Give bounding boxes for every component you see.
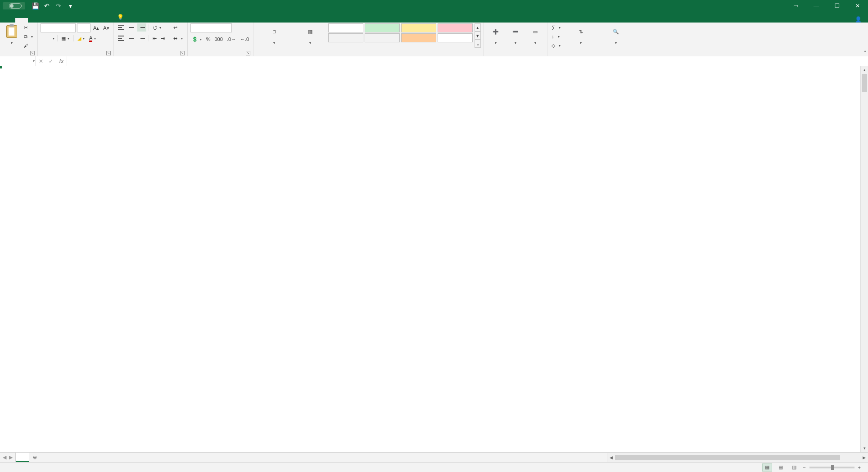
scroll-left-icon[interactable]: ◀	[607, 455, 615, 460]
new-sheet-button[interactable]: ⊕	[29, 453, 40, 462]
bold-button[interactable]	[41, 34, 43, 42]
horizontal-scrollbar[interactable]: ◀ ▶	[607, 453, 868, 462]
tab-daten[interactable]	[66, 18, 78, 23]
comma-format-icon[interactable]: 000	[213, 35, 224, 43]
sort-filter-button[interactable]: ⇅▾	[564, 23, 597, 46]
qat-dropdown-icon[interactable]: ▾	[67, 2, 74, 9]
next-sheet-icon[interactable]: ▶	[9, 454, 13, 460]
autosave-toggle[interactable]	[3, 2, 25, 9]
underline-button[interactable]	[49, 34, 51, 42]
format-cells-button[interactable]: ▭▾	[526, 23, 544, 46]
styles-scroll-down-icon[interactable]: ▾	[475, 32, 481, 40]
redo-icon[interactable]: ↷	[55, 2, 62, 9]
tab-seitenlayout[interactable]	[41, 18, 53, 23]
close-icon[interactable]: ✕	[847, 0, 868, 11]
percent-format-icon[interactable]: %	[205, 35, 212, 43]
prev-sheet-icon[interactable]: ◀	[3, 454, 6, 460]
formula-input[interactable]	[67, 56, 868, 66]
scroll-up-icon[interactable]: ▴	[861, 66, 868, 74]
ribbon-display-icon[interactable]: ▭	[785, 0, 806, 11]
paste-button[interactable]: ▾	[3, 23, 21, 46]
cell-style-schlecht[interactable]	[438, 23, 473, 32]
delete-cells-button[interactable]: ➖▾	[506, 23, 524, 46]
align-right-icon[interactable]	[137, 34, 146, 42]
dialog-launcher-icon[interactable]: ↘	[106, 51, 111, 55]
signin-button[interactable]	[764, 0, 785, 11]
accounting-format-icon[interactable]: 💲▾	[190, 35, 203, 43]
tell-me-search[interactable]: 💡	[113, 12, 131, 23]
collapse-ribbon-icon[interactable]: ˄	[864, 50, 866, 55]
conditional-formatting-button[interactable]: 🗒 ▾	[256, 23, 292, 46]
wrap-text-button[interactable]: ↩	[172, 23, 185, 32]
number-format-combo[interactable]	[190, 23, 232, 32]
clear-button[interactable]: ◇▾	[550, 41, 562, 50]
font-color-button[interactable]: A▾	[88, 34, 98, 42]
align-top-icon[interactable]	[117, 23, 126, 32]
sheet-nav[interactable]: ◀▶	[0, 453, 16, 462]
cell-style-erklaerender[interactable]	[438, 33, 473, 42]
cell-style-gut[interactable]	[365, 23, 400, 32]
fx-icon[interactable]: fx	[56, 56, 67, 66]
tab-formeln[interactable]	[53, 18, 66, 23]
save-icon[interactable]: 💾	[32, 2, 39, 9]
increase-decimal-icon[interactable]: .0→	[226, 35, 237, 43]
borders-button[interactable]: ▦▾	[60, 34, 71, 42]
align-bottom-icon[interactable]	[137, 23, 146, 32]
font-name-combo[interactable]	[41, 23, 76, 32]
cut-button[interactable]	[23, 23, 35, 32]
minimize-icon[interactable]: —	[806, 0, 827, 11]
undo-icon[interactable]: ↶	[43, 2, 50, 9]
normal-view-icon[interactable]: ▦	[762, 463, 772, 472]
cell-style-ausgabe[interactable]	[328, 33, 363, 42]
page-break-view-icon[interactable]: ▥	[789, 463, 799, 472]
italic-button[interactable]	[45, 34, 47, 42]
tab-datei[interactable]	[3, 18, 15, 23]
decrease-indent-icon[interactable]: ⇤	[151, 34, 158, 42]
tab-ansicht[interactable]	[91, 18, 104, 23]
cell-style-neutral[interactable]	[401, 23, 436, 32]
page-layout-view-icon[interactable]: ▤	[776, 463, 786, 472]
autosum-button[interactable]: ∑▾	[550, 23, 562, 32]
scroll-thumb[interactable]	[615, 455, 840, 460]
tab-einfuegen[interactable]	[28, 18, 41, 23]
cell-style-eingabe[interactable]	[401, 33, 436, 42]
dialog-launcher-icon[interactable]: ↘	[246, 51, 250, 55]
decrease-font-icon[interactable]: A▾	[102, 24, 110, 32]
cell-style-berechnung[interactable]	[365, 33, 400, 42]
zoom-out-icon[interactable]: −	[803, 465, 805, 470]
align-middle-icon[interactable]	[127, 23, 136, 32]
enter-formula-icon[interactable]: ✓	[46, 58, 56, 64]
dialog-launcher-icon[interactable]: ↘	[30, 51, 35, 55]
copy-button[interactable]: ▾	[23, 32, 35, 41]
insert-cells-button[interactable]: ➕▾	[487, 23, 505, 46]
zoom-slider[interactable]	[809, 467, 854, 468]
increase-indent-icon[interactable]: ⇥	[159, 34, 166, 42]
increase-font-icon[interactable]: A▴	[92, 24, 100, 32]
cell-style-standard[interactable]	[328, 23, 363, 32]
name-box[interactable]: ▾	[0, 56, 36, 66]
zoom-in-icon[interactable]: +	[858, 465, 861, 470]
scroll-right-icon[interactable]: ▶	[860, 455, 868, 460]
tab-ueberpruefen[interactable]	[78, 18, 91, 23]
scroll-thumb[interactable]	[862, 74, 867, 92]
merge-center-button[interactable]: ⬌▾	[172, 34, 185, 42]
align-left-icon[interactable]	[117, 34, 126, 42]
scroll-down-icon[interactable]: ▾	[861, 445, 868, 452]
find-select-button[interactable]: 🔍▾	[599, 23, 633, 46]
fill-color-button[interactable]: ◢▾	[76, 34, 86, 42]
share-button[interactable]: 👤	[855, 16, 863, 23]
font-size-combo[interactable]	[77, 23, 90, 32]
tab-start[interactable]	[15, 18, 28, 23]
maximize-icon[interactable]: ❐	[827, 0, 847, 11]
dialog-launcher-icon[interactable]: ↘	[180, 51, 185, 55]
format-as-table-button[interactable]: ▦ ▾	[294, 23, 326, 46]
vertical-scrollbar[interactable]: ▴ ▾	[860, 66, 868, 452]
orientation-icon[interactable]: ⭯▾	[151, 23, 163, 32]
cancel-formula-icon[interactable]: ✕	[36, 58, 46, 64]
fill-button[interactable]: ↓▾	[550, 32, 562, 41]
decrease-decimal-icon[interactable]: ←.0	[239, 35, 250, 43]
format-painter-button[interactable]	[23, 41, 35, 50]
styles-more-icon[interactable]: ⌄	[475, 40, 481, 48]
align-center-icon[interactable]	[127, 34, 136, 42]
sheet-tab-active[interactable]	[16, 453, 29, 462]
